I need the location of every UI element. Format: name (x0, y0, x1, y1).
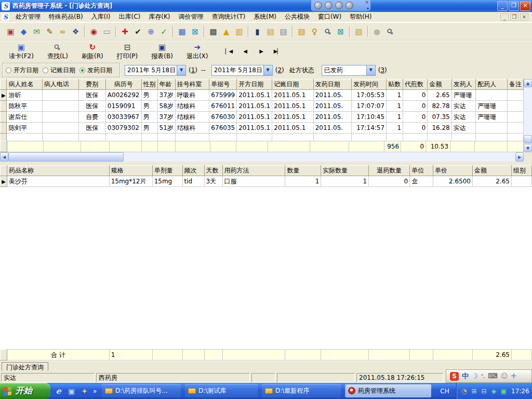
first-record-button[interactable]: ▏◀ (223, 48, 234, 54)
wrench-icon[interactable]: ✛ (511, 372, 516, 380)
find-button[interactable]: ♀查找(L) (41, 42, 75, 61)
search-icon[interactable]: ♀ (319, 23, 336, 40)
taskbar-item-queue[interactable]: D:\药房排队叫号... (102, 384, 181, 397)
lan-icon[interactable]: ◈ (490, 387, 498, 395)
mdi-minimize-button[interactable]: _ (500, 14, 509, 21)
column-header[interactable]: 年龄 (157, 79, 175, 90)
close-button[interactable]: × (520, 1, 530, 11)
column-header[interactable]: 组别 (511, 166, 531, 176)
chevron-down-icon[interactable]: ▼ (366, 65, 375, 75)
date-to-combo[interactable]: 2011年 5月18日 ▼ (211, 65, 273, 76)
column-header[interactable]: 退药数量 (369, 166, 410, 176)
lang-cn-icon[interactable]: 中 (462, 372, 469, 380)
column-header[interactable]: 单剂量 (152, 166, 182, 176)
media-icon[interactable]: ✦ (80, 387, 89, 396)
overlay-dot[interactable] (345, 2, 353, 9)
table-row[interactable]: 956010.53 (1, 141, 524, 152)
card-new-icon[interactable]: ▭ (101, 25, 113, 37)
column-header[interactable]: 费别 (78, 79, 105, 90)
last-record-button[interactable]: ▶▏ (271, 48, 283, 54)
column-header[interactable]: 性别 (141, 79, 157, 90)
clock-icon[interactable]: ◔ (460, 387, 468, 395)
menu-item[interactable]: 窗口(W) (314, 11, 345, 22)
overlay-close-icon[interactable]: × (365, 0, 369, 5)
desktop-icon[interactable]: ▣ (67, 387, 76, 396)
monitor-icon[interactable]: ▣ (500, 387, 508, 395)
column-header[interactable] (1, 79, 7, 90)
menu-item[interactable]: 帮助(H) (345, 11, 376, 22)
network-icon[interactable]: ⊞ (470, 387, 478, 395)
taskbar-item-programs[interactable]: D:\最新程序 (262, 384, 341, 397)
column-header[interactable]: 发药日期 (313, 79, 351, 90)
chevron-down-icon[interactable]: ▼ (263, 65, 272, 75)
folder-open-icon[interactable]: ▧ (296, 25, 308, 37)
medicine-bottle-icon[interactable]: ◆ (18, 25, 30, 37)
ie-icon[interactable]: e (54, 387, 63, 396)
printer-icon[interactable]: ⊟ (480, 387, 488, 395)
scroll-thumb[interactable] (524, 135, 532, 143)
search2-icon[interactable]: ♀ (381, 23, 398, 40)
table-row[interactable]: 陈秋平医保0159091男58岁结核科6760112011.05.12011.0… (1, 101, 524, 112)
bottle-search-icon[interactable]: ◉ (88, 25, 100, 37)
table-row[interactable]: 陈剑平医保03079302男51岁结核科6760352011.05.12011.… (1, 123, 524, 134)
column-header[interactable]: 挂号科室 (175, 79, 209, 90)
grid-edit-icon[interactable]: ▦ (176, 25, 188, 37)
exit-button[interactable]: ➔退出(X) (180, 42, 215, 61)
punct-icon[interactable]: °, (481, 372, 485, 380)
column-header[interactable]: 天数 (204, 166, 222, 176)
start-button[interactable]: 开始 (0, 383, 50, 399)
user-icon[interactable]: ☺ (501, 372, 508, 380)
taskbar-item-pharmacy-app[interactable]: 药房管理系统 (345, 384, 431, 397)
mail-check-icon[interactable]: ✉ (31, 25, 43, 37)
column-header[interactable]: 频次 (182, 166, 204, 176)
radio-option[interactable]: 发药日期 (79, 66, 112, 75)
close-box-icon[interactable]: ⊠ (335, 25, 347, 37)
table-row[interactable]: 谢后仕自费03033967男37岁结核科6760302011.05.12011.… (1, 112, 524, 123)
column-header[interactable]: 配药人 (476, 79, 508, 90)
overlay-expand-icon[interactable]: ▾ (367, 6, 369, 11)
bell-icon[interactable]: ▲ (220, 25, 232, 37)
prev-record-button[interactable]: ◀ (239, 48, 250, 54)
column-header[interactable]: 病人姓名 (7, 79, 42, 90)
chevron-more-icon[interactable]: » (93, 388, 97, 395)
column-header[interactable]: 备注 (507, 79, 523, 90)
splitter[interactable] (0, 162, 532, 165)
column-header[interactable]: 用药方法 (222, 166, 285, 176)
language-bar[interactable]: S中☽°,⌨☺✛ (446, 369, 532, 383)
scroll-down-icon[interactable]: ▼ (524, 144, 532, 152)
menu-item[interactable]: 库存(K) (144, 11, 174, 22)
scroll-thumb[interactable] (8, 152, 124, 162)
column-header[interactable] (1, 166, 7, 176)
refresh-button[interactable]: ↻刷新(R) (75, 42, 110, 61)
menu-item[interactable]: 调价管理 (175, 11, 208, 22)
mdi-close-button[interactable]: × (520, 14, 528, 21)
column-header[interactable]: 发药时间 (351, 79, 386, 90)
scroll-right-icon[interactable]: ▶ (515, 152, 524, 162)
column-header[interactable]: 病历号 (105, 79, 141, 90)
minimize-button[interactable]: _ (497, 1, 508, 11)
table-row[interactable]: 合 计12.65 (1, 350, 532, 361)
doc-ok-icon[interactable]: ✓ (158, 25, 170, 37)
scroll-left-icon[interactable]: ◀ (0, 152, 8, 162)
column-header[interactable]: 单据号 (209, 79, 237, 90)
scroll-up-icon[interactable]: ▲ (524, 79, 532, 87)
menu-item[interactable]: 入库(I) (87, 11, 115, 22)
table-row[interactable]: ▶游昕医保A0026292男37岁呼吸科6759992011.05.12011.… (1, 90, 524, 101)
chevron-down-icon[interactable]: ▼ (177, 65, 185, 75)
column-header[interactable]: 数量 (285, 166, 321, 176)
edit-doc-icon[interactable]: ✎ (44, 25, 56, 37)
column-header[interactable]: 记账日期 (272, 79, 313, 90)
trash-icon[interactable]: ▮ (251, 25, 263, 37)
column-header[interactable]: 药品名称 (7, 166, 109, 176)
package-icon[interactable]: ▥ (233, 25, 245, 37)
binoculars-icon[interactable]: ∞ (57, 25, 69, 37)
table-row[interactable]: ▶美沙芬15mg*12片15mgtid3天口服110盒2.65002.65 (1, 176, 532, 187)
column-header[interactable]: 实际数量 (321, 166, 369, 176)
column-header[interactable]: 开方日期 (237, 79, 272, 90)
report-button[interactable]: ▣报表(B) (144, 42, 180, 61)
vertical-scrollbar[interactable]: ▲ ▼ (524, 79, 532, 152)
sogou-icon[interactable]: S (450, 372, 459, 381)
status-combo[interactable]: 已发药 ▼ (322, 65, 376, 76)
grid-delete-icon[interactable]: ⊠ (189, 25, 201, 37)
date-from-combo[interactable]: 2011年 5月18日 ▼ (125, 65, 186, 76)
